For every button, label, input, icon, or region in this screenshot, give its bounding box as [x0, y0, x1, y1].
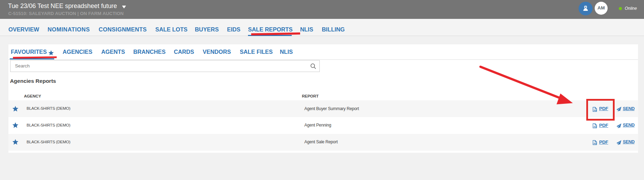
svg-text:PDF: PDF: [594, 126, 597, 128]
svg-text:PDF: PDF: [594, 143, 597, 145]
